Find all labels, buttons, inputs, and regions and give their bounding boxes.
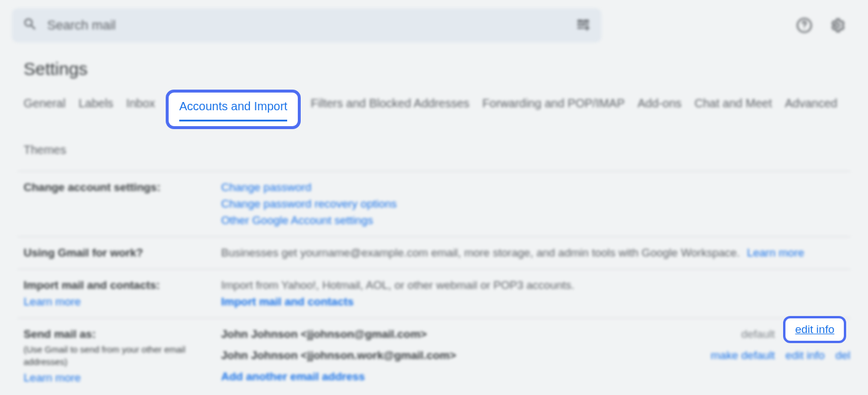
tab-themes[interactable]: Themes	[24, 140, 66, 160]
link-change-recovery[interactable]: Change password recovery options	[221, 198, 844, 210]
link-import-learn-more[interactable]: Learn more	[24, 295, 221, 308]
svg-point-1	[804, 28, 805, 29]
tab-general[interactable]: General	[24, 93, 65, 114]
section-import: Import mail and contacts: Learn more Imp…	[18, 269, 850, 318]
tab-chat[interactable]: Chat and Meet	[695, 93, 772, 114]
section-send-mail-as: Send mail as: (Use Gmail to send from yo…	[18, 318, 850, 394]
section-change-account: Change account settings: Change password…	[18, 171, 850, 236]
link-make-default[interactable]: make default	[711, 349, 775, 362]
link-other-google-settings[interactable]: Other Google Account settings	[221, 214, 844, 227]
link-work-learn-more[interactable]: Learn more	[747, 246, 804, 259]
topbar: Search mail	[0, 0, 868, 48]
label-import: Import mail and contacts:	[24, 279, 160, 291]
tab-addons[interactable]: Add-ons	[637, 93, 682, 114]
tab-advanced[interactable]: Advanced	[785, 93, 837, 114]
tab-filters[interactable]: Filters and Blocked Addresses	[311, 93, 469, 114]
link-change-password[interactable]: Change password	[221, 181, 844, 194]
label-work: Using Gmail for work?	[24, 246, 143, 259]
tab-inbox[interactable]: Inbox	[126, 93, 155, 114]
tune-icon[interactable]	[576, 17, 591, 34]
link-add-another-email[interactable]: Add another email address	[221, 370, 844, 383]
label-change-account: Change account settings:	[24, 181, 160, 193]
link-import-action[interactable]: Import mail and contacts	[221, 295, 844, 308]
link-edit-info-primary[interactable]: edit info	[783, 316, 846, 343]
link-delete[interactable]: del	[836, 349, 850, 362]
label-send-as: Send mail as:	[24, 328, 96, 340]
help-button[interactable]	[791, 12, 817, 38]
tab-forwarding[interactable]: Forwarding and POP/IMAP	[482, 93, 624, 114]
page-title: Settings	[18, 48, 850, 93]
settings-gear-button[interactable]	[824, 12, 850, 38]
text-work: Businesses get yourname@example.com emai…	[221, 246, 740, 259]
link-send-as-learn-more[interactable]: Learn more	[24, 371, 81, 384]
text-import: Import from Yahoo!, Hotmail, AOL, or oth…	[221, 279, 844, 292]
settings-tabs: General Labels Inbox Filters and Blocked…	[18, 93, 850, 171]
search-placeholder: Search mail	[47, 18, 566, 33]
svg-point-2	[836, 24, 840, 28]
sub-send-as: (Use Gmail to send from your other email…	[24, 343, 221, 368]
tab-labels[interactable]: Labels	[78, 93, 113, 114]
link-edit-info-2[interactable]: edit info	[785, 349, 825, 362]
send-as-row: John Johnson <jjohnson.work@gmail.com> m…	[221, 349, 844, 362]
send-as-email-primary: John Johnson <jjohnson@gmail.com>	[221, 328, 741, 341]
search-box[interactable]: Search mail	[12, 8, 601, 42]
section-work: Using Gmail for work? Businesses get you…	[18, 236, 850, 269]
tab-accounts-import[interactable]: Accounts and Import	[166, 90, 301, 129]
search-icon	[22, 17, 38, 34]
send-as-email-secondary: John Johnson <jjohnson.work@gmail.com>	[221, 349, 711, 362]
send-as-default-badge: default	[741, 328, 775, 341]
send-as-row: John Johnson <jjohnson@gmail.com> defaul…	[221, 328, 844, 341]
